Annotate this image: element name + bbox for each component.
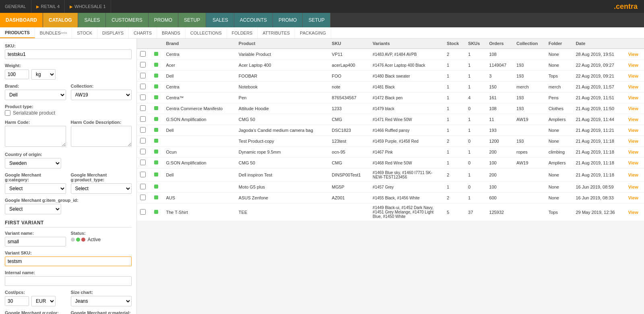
subnav-products[interactable]: PRODUCTS — [0, 27, 35, 38]
row-stock: 1 — [444, 60, 465, 71]
google-item-group-label: Google Merchant g:item_group_id: — [5, 198, 132, 203]
subnav-brands[interactable]: BRANDS — [157, 27, 186, 38]
subnav-displays[interactable]: DISPLAYS — [97, 27, 129, 38]
nav-sales-retail[interactable]: SALES — [79, 13, 106, 27]
subnav-folders[interactable]: FOLDERS — [227, 27, 258, 38]
row-status-cell — [151, 103, 163, 114]
view-link[interactable]: View — [628, 172, 638, 177]
status-dots — [71, 238, 85, 242]
nav-customers[interactable]: CUSTOMERS — [106, 13, 148, 27]
nav-setup-wholesale[interactable]: SETUP — [303, 13, 330, 27]
row-variants: #1480 Black sweater — [369, 71, 444, 82]
row-checkbox[interactable] — [140, 184, 146, 189]
view-link[interactable]: View — [628, 95, 638, 100]
row-product: Attitude Hoodie — [235, 103, 328, 114]
subnav-charts[interactable]: CHARTS — [129, 27, 157, 38]
row-checkbox[interactable] — [140, 73, 146, 78]
row-status-cell — [151, 49, 163, 60]
view-link[interactable]: View — [628, 84, 638, 89]
sku-input[interactable] — [5, 49, 132, 59]
view-link[interactable]: View — [628, 139, 638, 144]
view-link[interactable]: View — [628, 210, 638, 215]
brand-select[interactable]: Dell Acer AUS Centra Ocun — [5, 90, 66, 100]
table-row: The T-Shirt TEE #1449 Black-ui, #1452 Da… — [137, 203, 644, 221]
view-link[interactable]: View — [628, 128, 638, 133]
row-checkbox[interactable] — [140, 209, 146, 215]
row-checkbox[interactable] — [140, 94, 146, 100]
row-checkbox[interactable] — [140, 51, 146, 57]
cost-input[interactable] — [5, 296, 29, 306]
row-checkbox[interactable] — [140, 105, 146, 111]
internal-name-input[interactable] — [5, 276, 132, 286]
subnav-attributes[interactable]: ATTRIBUTES — [258, 27, 295, 38]
view-link[interactable]: View — [628, 74, 638, 78]
row-folder: Ampliers — [545, 114, 573, 125]
google-material-group: Google Merchant g:material: Select — [71, 310, 132, 314]
google-product-type-select[interactable]: Select — [71, 183, 132, 194]
row-checkbox[interactable] — [140, 62, 146, 68]
row-checkbox[interactable] — [140, 195, 146, 200]
subnav-packaging[interactable]: PACKAGING — [295, 27, 331, 38]
row-checkbox-cell — [137, 147, 151, 158]
serializable-checkbox[interactable] — [5, 110, 10, 116]
nav-dashboard[interactable]: DASHBOARD — [0, 13, 43, 27]
nav-promo-retail[interactable]: PROMO — [149, 13, 178, 27]
view-link[interactable]: View — [628, 185, 638, 189]
nav-catalog[interactable]: CATALOG — [43, 13, 78, 27]
country-select[interactable]: Sweden Germany China USA — [5, 158, 61, 168]
row-checkbox[interactable] — [140, 116, 146, 122]
view-link[interactable]: View — [628, 195, 638, 200]
nav-sales-wholesale[interactable]: SALES — [207, 13, 234, 27]
row-checkbox-cell — [137, 182, 151, 193]
row-checkbox[interactable] — [140, 172, 146, 177]
row-stock: 1 — [444, 114, 465, 125]
dot-inactive — [71, 238, 75, 242]
row-stock: 2 — [444, 193, 465, 203]
variant-name-input[interactable] — [5, 237, 66, 246]
view-link[interactable]: View — [628, 63, 638, 68]
row-view-cell: View — [625, 49, 644, 60]
left-panel: SKU: Weight: kg g lb Brand: Dell Acer AU — [0, 39, 137, 314]
view-link[interactable]: View — [628, 150, 638, 154]
subnav-stock[interactable]: STOCK — [72, 27, 97, 38]
harm-code-textarea[interactable] — [5, 126, 66, 147]
row-view-cell: View — [625, 147, 644, 158]
nav-sales-retail-label: SALES — [85, 17, 100, 23]
nav-general[interactable]: GENERAL — [0, 0, 31, 13]
row-checkbox[interactable] — [140, 84, 146, 89]
nav-promo-wholesale[interactable]: PROMO — [273, 13, 303, 27]
view-link[interactable]: View — [628, 106, 638, 111]
row-collection: 193 — [513, 71, 545, 82]
google-category-select[interactable]: Select — [5, 183, 66, 194]
row-stock: 1 — [444, 82, 465, 92]
subnav-bundles[interactable]: BUNDLES beta — [35, 27, 72, 38]
row-checkbox[interactable] — [140, 149, 146, 154]
nav-wholesale[interactable]: ▶ WHOLESALE 1 — [65, 0, 111, 13]
currency-select[interactable]: EUR USD GBP — [31, 296, 56, 306]
google-item-group-select[interactable]: Select — [5, 204, 61, 214]
row-sku: AZ001 — [328, 193, 369, 203]
row-sku: DINSP00Test1 — [328, 168, 369, 182]
view-link[interactable]: View — [628, 160, 638, 165]
row-collection — [513, 168, 545, 182]
row-checkbox[interactable] — [140, 160, 146, 165]
size-chart-select[interactable]: Jeans Shoes T-Shirt — [71, 296, 132, 306]
subnav-collections[interactable]: COLLECTIONS — [186, 27, 227, 38]
weight-input[interactable] — [5, 70, 29, 79]
variant-sku-input[interactable] — [5, 257, 132, 266]
row-checkbox[interactable] — [140, 138, 146, 144]
harm-code-desc-textarea[interactable] — [71, 126, 132, 147]
row-checkbox[interactable] — [140, 127, 146, 133]
row-orders: 3 — [486, 71, 513, 82]
row-checkbox-cell — [137, 71, 151, 82]
nav-accounts[interactable]: ACCOUNTS — [234, 13, 273, 27]
collection-select[interactable]: AW19 AW18 SS19 — [71, 90, 132, 100]
weight-unit-select[interactable]: kg g lb — [31, 69, 56, 80]
nav-retail[interactable]: ▶ RETAIL 4 — [31, 0, 65, 13]
variant-sku-label: Variant SKU: — [5, 250, 132, 255]
view-link[interactable]: View — [628, 52, 638, 57]
status-indicator — [154, 160, 158, 164]
brand-group: Brand: Dell Acer AUS Centra Ocun — [5, 84, 66, 100]
view-link[interactable]: View — [628, 117, 638, 122]
nav-setup-retail[interactable]: SETUP — [178, 13, 206, 27]
